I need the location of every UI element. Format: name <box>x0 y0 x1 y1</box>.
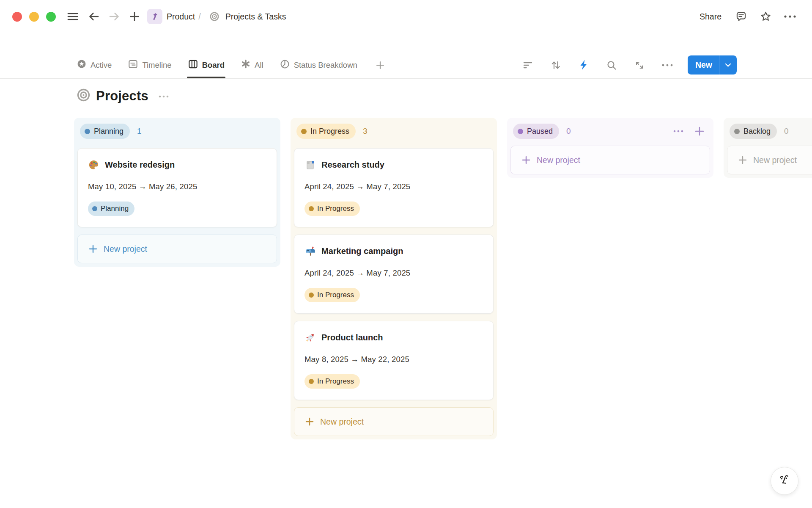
card-date-range: April 24, 2025 → May 7, 2025 <box>304 268 483 278</box>
card-status-badge: In Progress <box>304 288 360 302</box>
column-add-plus-icon[interactable] <box>693 125 706 138</box>
ellipsis-icon[interactable] <box>660 58 675 73</box>
group-status-pill: Planning <box>80 124 130 139</box>
board-column-planning: Planning 1 Website redesign May 10, 2025… <box>74 118 280 267</box>
title-ellipsis-icon[interactable] <box>158 92 169 100</box>
plus-icon <box>738 155 747 165</box>
close-window-button[interactable] <box>12 12 22 22</box>
group-status-pill: Paused <box>513 124 559 139</box>
notion-ai-button[interactable] <box>771 467 798 495</box>
new-project-button[interactable]: New project <box>510 146 710 174</box>
window-titlebar: Product / Projects & Tasks Share <box>0 0 812 33</box>
status-dot-icon <box>309 293 314 298</box>
new-tab-plus-icon[interactable] <box>127 9 142 24</box>
column-header[interactable]: Planning 1 <box>77 120 277 145</box>
card-title: Marketing campaign <box>321 246 403 256</box>
project-card[interactable]: Marketing campaign April 24, 2025 → May … <box>294 235 494 314</box>
group-status-pill: In Progress <box>296 124 356 139</box>
breadcrumb-workspace[interactable]: Product <box>167 12 195 22</box>
tab-all[interactable]: All <box>241 52 263 78</box>
asterisk-icon <box>241 59 251 71</box>
tab-active-view[interactable]: Active <box>77 52 112 78</box>
status-dot-icon <box>85 129 90 134</box>
breadcrumb-separator: / <box>198 12 200 22</box>
breadcrumb-page[interactable]: Projects & Tasks <box>225 12 286 22</box>
hammer-icon[interactable] <box>147 9 162 24</box>
pie-chart-icon <box>280 59 290 72</box>
tab-timeline[interactable]: Timeline <box>128 52 171 78</box>
forward-arrow-icon[interactable] <box>107 9 122 24</box>
project-card[interactable]: Product launch May 8, 2025 → May 22, 202… <box>294 321 494 400</box>
bookmark-tabs-icon <box>304 159 316 171</box>
project-card[interactable]: Website redesign May 10, 2025 → May 26, … <box>77 148 277 227</box>
card-title: Website redesign <box>105 160 175 170</box>
card-date-range: May 8, 2025 → May 22, 2025 <box>304 355 483 364</box>
board-column-paused: Paused 0 New project <box>507 118 713 178</box>
column-header[interactable]: In Progress 3 <box>294 120 494 145</box>
column-header[interactable]: Backlog 0 <box>727 120 812 145</box>
column-count: 0 <box>566 127 571 136</box>
card-status-badge: Planning <box>88 202 134 216</box>
mailbox-icon <box>304 246 316 257</box>
card-status-badge: In Progress <box>304 202 360 216</box>
card-title: Research study <box>321 160 384 170</box>
sort-icon[interactable] <box>548 58 563 73</box>
board-column-in-progress: In Progress 3 Research study April 24, 2… <box>291 118 497 439</box>
page-title: Projects <box>96 88 148 104</box>
target-icon <box>77 88 91 104</box>
notion-ai-face-icon <box>777 472 792 489</box>
plus-icon <box>305 417 314 426</box>
status-dot-icon <box>518 129 523 134</box>
status-dot-icon <box>309 379 314 384</box>
column-count: 1 <box>137 127 142 136</box>
column-count: 0 <box>784 127 789 136</box>
board-columns-icon <box>188 59 198 72</box>
project-card[interactable]: Research study April 24, 2025 → May 7, 2… <box>294 148 494 227</box>
back-arrow-icon[interactable] <box>86 9 102 24</box>
column-count: 3 <box>363 127 368 136</box>
column-ellipsis-icon[interactable] <box>672 125 685 138</box>
card-status-badge: In Progress <box>304 374 360 389</box>
status-dot-icon <box>734 129 740 134</box>
board-column-backlog: Backlog 0 New project <box>724 118 812 178</box>
search-icon[interactable] <box>604 58 619 73</box>
card-title: Product launch <box>321 333 383 342</box>
new-project-button[interactable]: New project <box>77 235 277 263</box>
card-date-range: May 10, 2025 → May 26, 2025 <box>88 182 266 191</box>
new-project-button[interactable]: New project <box>727 146 812 174</box>
timeline-icon <box>128 59 138 72</box>
star-icon[interactable] <box>758 9 773 24</box>
filter-icon[interactable] <box>520 58 535 73</box>
new-project-button[interactable]: New project <box>294 407 494 436</box>
hamburger-icon[interactable] <box>65 9 80 24</box>
comment-icon[interactable] <box>733 9 749 24</box>
card-date-range: April 24, 2025 → May 7, 2025 <box>304 182 483 191</box>
view-tabbar: Active Timeline Board All Status Breakdo… <box>0 52 812 79</box>
plus-icon <box>88 244 98 254</box>
new-button[interactable]: New <box>688 55 737 75</box>
status-dot-icon <box>309 206 314 211</box>
add-view-plus-icon[interactable] <box>375 52 385 78</box>
star-circle-icon <box>77 59 87 71</box>
share-button[interactable]: Share <box>697 10 724 23</box>
column-header[interactable]: Paused 0 <box>510 120 710 145</box>
tab-status-breakdown[interactable]: Status Breakdown <box>280 52 357 78</box>
expand-icon[interactable] <box>632 58 647 73</box>
window-controls <box>12 12 56 22</box>
zoom-window-button[interactable] <box>46 12 56 22</box>
kanban-board: Planning 1 Website redesign May 10, 2025… <box>74 118 812 439</box>
target-icon <box>207 9 222 24</box>
rocket-icon <box>304 332 316 343</box>
status-dot-icon <box>92 206 97 211</box>
status-dot-icon <box>301 129 307 134</box>
minimize-window-button[interactable] <box>29 12 39 22</box>
palette-icon <box>88 159 99 171</box>
plus-icon <box>521 155 531 165</box>
tab-board[interactable]: Board <box>188 52 225 78</box>
page-header: Projects <box>77 88 812 104</box>
ellipsis-icon[interactable] <box>782 9 798 24</box>
group-status-pill: Backlog <box>730 124 777 139</box>
chevron-down-icon[interactable] <box>719 63 737 67</box>
lightning-icon[interactable] <box>576 58 591 73</box>
